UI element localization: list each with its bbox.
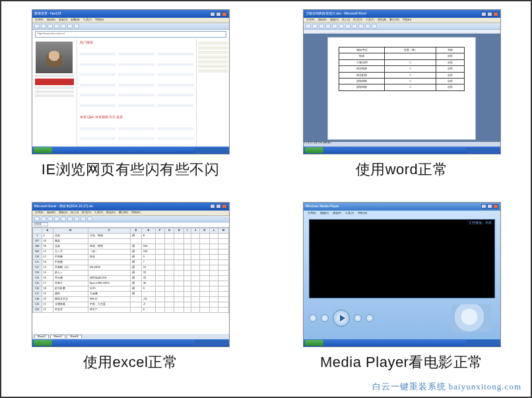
menu-item[interactable]: 工具(T): [366, 18, 374, 21]
news-link[interactable]: [157, 63, 193, 66]
menu-item[interactable]: 数据(D): [106, 211, 116, 214]
cell[interactable]: 15: [42, 270, 53, 275]
excel-grid[interactable]: ABCDEFGHIJKLM14油菜含色、降脂桶810710高菜10810油菜草根…: [32, 228, 229, 339]
news-link[interactable]: [157, 104, 193, 107]
close-icon[interactable]: [493, 204, 498, 209]
cell[interactable]: [174, 233, 183, 238]
cell[interactable]: [191, 270, 200, 275]
close-icon[interactable]: [222, 12, 227, 17]
row-header[interactable]: 117: [32, 291, 42, 296]
cut-icon[interactable]: [61, 216, 66, 221]
cell[interactable]: 16: [42, 275, 53, 281]
cell[interactable]: [218, 270, 228, 275]
menu-item[interactable]: 编辑(E): [318, 18, 327, 21]
menu-item[interactable]: 视图(V): [330, 18, 339, 21]
cell[interactable]: [200, 265, 209, 270]
cell[interactable]: 苹亚舍: [53, 307, 88, 312]
cell[interactable]: [156, 302, 165, 307]
cell[interactable]: 高菜: [53, 238, 88, 244]
cell[interactable]: [218, 238, 228, 244]
search-icon[interactable]: [67, 24, 73, 28]
cell[interactable]: [191, 265, 200, 270]
cell[interactable]: 10: [42, 238, 53, 244]
cell[interactable]: [191, 281, 200, 286]
cut-icon[interactable]: [332, 24, 337, 28]
cell[interactable]: [209, 249, 218, 254]
paste-icon[interactable]: [345, 24, 350, 28]
side-item[interactable]: [198, 55, 228, 59]
cell[interactable]: 桶: [131, 249, 141, 254]
cell[interactable]: [183, 286, 191, 291]
open-icon[interactable]: [312, 24, 317, 28]
tab[interactable]: 汽车: [109, 115, 116, 119]
news-link[interactable]: [80, 73, 116, 76]
news-link[interactable]: [118, 94, 154, 96]
minimize-icon[interactable]: [481, 204, 486, 209]
col-header[interactable]: D: [131, 228, 141, 233]
cell[interactable]: [164, 307, 174, 312]
cell[interactable]: [164, 244, 174, 249]
cell[interactable]: 10: [141, 265, 155, 270]
cell[interactable]: [183, 249, 191, 254]
name-box[interactable]: F121: [34, 222, 48, 226]
cell[interactable]: [200, 249, 209, 254]
cell[interactable]: [164, 291, 174, 296]
news-link[interactable]: [80, 63, 116, 66]
cell[interactable]: 中间酱: [53, 254, 88, 259]
cell[interactable]: 桶: [131, 286, 141, 291]
cell[interactable]: 1120: [88, 286, 131, 291]
cell[interactable]: 草菜: [88, 254, 131, 259]
undo-icon[interactable]: [352, 24, 357, 28]
cell[interactable]: [183, 281, 191, 286]
cell[interactable]: [174, 259, 183, 265]
cell[interactable]: [200, 238, 209, 244]
cell[interactable]: 21: [42, 302, 53, 307]
menu-item[interactable]: 格式(O): [353, 18, 362, 21]
cell[interactable]: 桶: [131, 281, 141, 286]
col-header[interactable]: E: [141, 228, 155, 233]
new-icon[interactable]: [306, 24, 311, 28]
news-link[interactable]: [118, 63, 154, 66]
side-item[interactable]: [198, 60, 228, 63]
menu-item[interactable]: 查看(V): [59, 18, 67, 21]
system-tray[interactable]: [466, 148, 499, 153]
cell[interactable]: 桶: [131, 233, 141, 238]
start-button[interactable]: [305, 147, 323, 153]
cell[interactable]: [141, 238, 155, 244]
row-header[interactable]: 118: [32, 296, 42, 302]
minimize-icon[interactable]: [210, 12, 215, 17]
cell[interactable]: [88, 259, 131, 265]
news-link[interactable]: [118, 73, 154, 76]
menu-item[interactable]: 文件(F): [306, 18, 315, 21]
news-link[interactable]: [157, 137, 193, 140]
cell[interactable]: [200, 291, 209, 296]
cell[interactable]: [191, 249, 200, 254]
cell[interactable]: [164, 233, 174, 238]
menu-item[interactable]: 播放(P): [333, 212, 341, 215]
menu-item[interactable]: 表格(A): [378, 18, 386, 21]
col-header[interactable]: H: [174, 228, 183, 233]
cell[interactable]: [174, 281, 183, 286]
news-link[interactable]: [157, 73, 193, 76]
start-button[interactable]: [34, 340, 52, 346]
col-header[interactable]: G: [164, 228, 174, 233]
news-photo[interactable]: [36, 42, 73, 73]
cell[interactable]: [209, 302, 218, 307]
col-header[interactable]: F: [156, 228, 165, 233]
cell[interactable]: 桶: [131, 254, 141, 259]
cell[interactable]: 20: [141, 270, 155, 275]
cell[interactable]: [200, 281, 209, 286]
cell[interactable]: [156, 296, 165, 302]
cell[interactable]: 油菜: [53, 233, 88, 238]
cell[interactable]: [164, 249, 174, 254]
sheet-tab[interactable]: Sheet2: [50, 335, 65, 338]
open-icon[interactable]: [41, 216, 46, 221]
cell[interactable]: 油菜: [53, 244, 88, 249]
cell[interactable]: [200, 307, 209, 312]
cell[interactable]: [209, 244, 218, 249]
cell[interactable]: [218, 233, 228, 238]
cell[interactable]: [164, 270, 174, 275]
cell[interactable]: 腊肉艾莱款: [53, 296, 88, 302]
cell[interactable]: 桶: [131, 291, 141, 296]
menu-item[interactable]: 工具(T): [83, 18, 92, 21]
